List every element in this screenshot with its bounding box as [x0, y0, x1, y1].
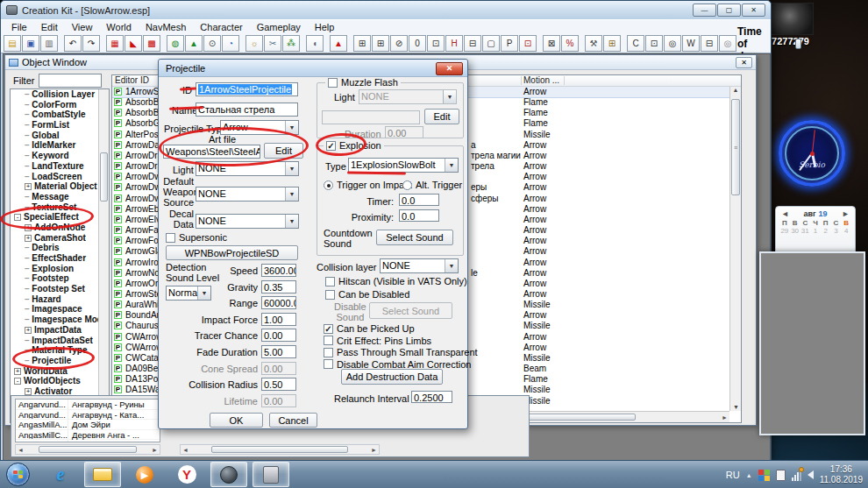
marker-c-icon[interactable]: C — [627, 35, 644, 52]
menu-character[interactable]: Character — [193, 21, 249, 33]
cancel-button[interactable]: Cancel — [269, 413, 317, 428]
crit-effect-pins-limbs-checkbox[interactable]: Crit Effect: Pins Limbs — [324, 336, 431, 346]
menu-file[interactable]: File — [4, 21, 34, 33]
taskbar-app-icon[interactable] — [253, 462, 289, 487]
maximize-button[interactable]: ▢ — [717, 4, 741, 17]
expand-icon[interactable]: + — [14, 368, 21, 375]
collision-radius-input[interactable]: 0.50 — [261, 378, 296, 391]
tree-item-footstep-set[interactable]: Footstep Set — [11, 284, 109, 294]
tree-item-explosion[interactable]: Explosion — [11, 264, 109, 274]
light-dropdown[interactable]: NONE▼ — [196, 161, 299, 176]
expand-icon[interactable]: + — [25, 183, 32, 190]
clock-gadget[interactable]: Serbio — [779, 120, 845, 187]
open-icon[interactable]: ▤ — [4, 35, 21, 52]
tree-item-material-type[interactable]: Material Type — [11, 345, 109, 356]
dialogue-icon[interactable]: ◖ — [306, 35, 324, 52]
list-item[interactable]: Angarvund...Ангарвунд - Ката... — [16, 410, 160, 421]
ok-button[interactable]: OK — [210, 413, 263, 428]
furniture-icon[interactable]: ⊞ — [603, 35, 621, 52]
muzzle-edit-button[interactable]: Edit — [424, 109, 459, 124]
grass-icon[interactable]: ⁂ — [282, 35, 300, 52]
clipboard-icon[interactable] — [776, 470, 786, 481]
marker-h-icon[interactable]: H — [445, 35, 463, 52]
tree-item-projectile[interactable]: Projectile — [11, 356, 109, 366]
art-file-input[interactable]: Weapons\Steel\SteelArrowFli — [163, 145, 260, 159]
explosion-type-dropdown[interactable]: 1ExplosionSlowBolt▼ — [348, 158, 459, 173]
tree-item-message[interactable]: Message — [11, 192, 109, 202]
link-icon[interactable]: % — [561, 35, 579, 52]
save-icon[interactable]: ▣ — [22, 35, 39, 52]
lights-icon[interactable]: ☼ — [245, 35, 263, 52]
snap-to-grid-icon[interactable]: ▦ — [106, 35, 124, 52]
close-button[interactable]: ✕ — [742, 4, 765, 17]
impact-force-input[interactable]: 1.00 — [261, 313, 296, 326]
menu-edit[interactable]: Edit — [34, 21, 65, 33]
marker-off-icon[interactable]: ⊘ — [390, 35, 408, 52]
tree-item-loadscreen[interactable]: LoadScreen — [11, 172, 109, 182]
expand-icon[interactable]: + — [25, 224, 32, 231]
menu-view[interactable]: View — [65, 21, 100, 33]
slider-thumb[interactable] — [795, 39, 801, 49]
antivirus-icon[interactable] — [758, 470, 770, 481]
taskbar-creation-kit-icon[interactable] — [210, 462, 247, 487]
dialog-close-icon[interactable]: ✕ — [436, 62, 463, 75]
marker-0-icon[interactable]: 0 — [409, 35, 426, 52]
default-weapon-source-dropdown[interactable]: NONE▼ — [196, 187, 299, 202]
supersonic-checkbox[interactable]: Supersonic — [166, 232, 227, 243]
countdown-select-sound-button[interactable]: Select Sound — [376, 230, 453, 245]
redo-icon[interactable]: ↷ — [82, 35, 100, 52]
taskbar-media-player-icon[interactable]: ▶ — [126, 462, 163, 487]
marker-o2-icon[interactable]: ◎ — [719, 35, 736, 52]
tree-item-footstep[interactable]: Footstep — [11, 273, 109, 284]
menu-help[interactable]: Help — [308, 21, 342, 33]
menu-navmesh[interactable]: NavMesh — [139, 21, 193, 33]
add-destruction-data-button[interactable]: Add Destruction Data — [341, 369, 443, 385]
can-be-disabled-checkbox[interactable]: Can be Disabled — [325, 289, 409, 300]
undo-icon[interactable]: ↶ — [64, 35, 82, 52]
snap-to-angle-icon[interactable]: ◣ — [125, 35, 142, 52]
marker-p-icon[interactable]: P — [501, 35, 518, 52]
list-vertical-scrollbar[interactable]: ▲≡▼ — [729, 87, 741, 411]
calendar-prev-icon[interactable]: ◄ — [781, 209, 789, 218]
dialog-titlebar[interactable]: Projectile — [159, 60, 467, 77]
calendar-next-icon[interactable]: ► — [842, 209, 850, 218]
trigger-on-impact-radio[interactable]: Trigger on Impact — [324, 180, 412, 190]
expand-icon[interactable]: + — [25, 235, 32, 242]
minimize-button[interactable]: — — [693, 4, 716, 17]
sound-descriptor-button[interactable]: WPNBowProjectileSD — [166, 245, 298, 260]
alt-trigger-radio[interactable]: Alt. Trigger — [402, 180, 462, 190]
list-item[interactable]: AngasMillA...Дом Эйри — [16, 420, 160, 430]
language-indicator[interactable]: RU — [726, 470, 740, 480]
speaker-icon[interactable] — [808, 470, 814, 479]
tree-item-colorform[interactable]: ColorForm — [11, 100, 109, 110]
cell-list-scrollbar[interactable]: ◄► — [15, 444, 160, 455]
name-input[interactable]: Стальная стрела — [196, 103, 298, 117]
lightbox-icon[interactable]: ▲ — [330, 35, 347, 52]
proximity-input[interactable]: 0.0 — [399, 209, 439, 222]
tray-clock[interactable]: 17:3611.08.2019 — [820, 464, 863, 485]
tree-item-idlemarker[interactable]: IdleMarker — [11, 140, 109, 151]
disable-combat-aim-correction-checkbox[interactable]: Disable Combat Aim Correction — [324, 359, 471, 370]
tray-expand-icon[interactable]: ▲ — [746, 472, 752, 478]
marker-cube-1-icon[interactable]: ⊞ — [353, 35, 371, 52]
object-window-close-icon[interactable]: ✕ — [736, 57, 752, 68]
tree-item-worlddata[interactable]: +WorldData — [11, 366, 109, 377]
collapse-icon[interactable]: - — [14, 214, 21, 221]
muzzle-flash-checkbox[interactable]: Muzzle Flash — [325, 77, 401, 88]
list-item[interactable]: AngasMillC...Деревня Анга - ... — [16, 430, 160, 441]
marker-o-icon[interactable]: ◎ — [664, 35, 681, 52]
render-window[interactable] — [759, 251, 865, 435]
timer-input[interactable]: 0.0 — [399, 194, 439, 206]
tree-item-hazard[interactable]: Hazard — [11, 294, 109, 305]
tree-item-imagespace-mod[interactable]: Imagespace Mod — [11, 315, 109, 325]
havok-icon[interactable]: ⊙ — [203, 35, 221, 52]
sound-markers-icon[interactable]: ✂ — [264, 35, 281, 52]
tree-item-landtexture[interactable]: LandTexture — [11, 161, 109, 172]
gravity-input[interactable]: 0.35 — [261, 280, 296, 294]
network-icon[interactable] — [792, 470, 801, 481]
snap-to-vertex-icon[interactable]: ▩ — [143, 35, 160, 52]
id-input[interactable]: 1ArrowSteelProjectile — [196, 82, 298, 96]
start-button[interactable] — [6, 463, 30, 486]
tree-item-camerashot[interactable]: +CameraShot — [11, 233, 109, 244]
range-input[interactable]: 60000.0 — [261, 296, 296, 309]
